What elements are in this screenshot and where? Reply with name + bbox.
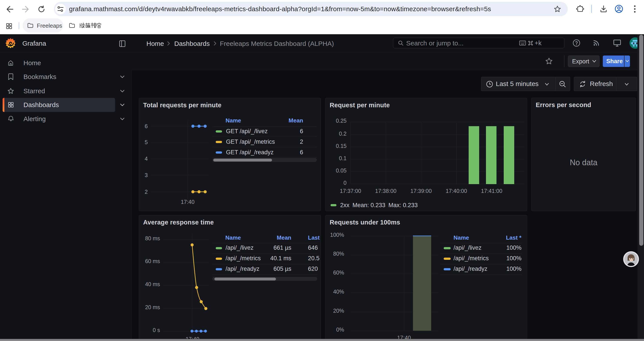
svg-text:4: 4 <box>145 156 148 162</box>
svg-text:100%: 100% <box>330 232 344 238</box>
svg-text:5: 5 <box>145 139 148 145</box>
svg-text:40 ms: 40 ms <box>145 281 160 287</box>
svg-text:17:39:00: 17:39:00 <box>410 188 432 194</box>
svg-text:0.25: 0.25 <box>336 118 346 124</box>
svg-text:20 ms: 20 ms <box>145 304 160 310</box>
svg-text:17:40:00: 17:40:00 <box>446 188 467 194</box>
svg-text:3: 3 <box>145 172 148 178</box>
svg-text:0%: 0% <box>336 326 344 333</box>
svg-text:40%: 40% <box>333 288 344 295</box>
svg-text:80%: 80% <box>333 251 344 257</box>
svg-text:6: 6 <box>145 123 148 129</box>
svg-text:0.1: 0.1 <box>339 155 346 161</box>
svg-text:60 ms: 60 ms <box>145 258 160 264</box>
svg-text:0.2: 0.2 <box>339 131 346 137</box>
svg-text:17:37:00: 17:37:00 <box>340 188 361 194</box>
svg-text:2: 2 <box>145 189 148 195</box>
svg-text:17:41:00: 17:41:00 <box>481 188 502 194</box>
svg-text:0.15: 0.15 <box>336 143 346 149</box>
svg-text:17:40: 17:40 <box>181 199 195 205</box>
svg-text:20%: 20% <box>333 308 344 314</box>
svg-text:60%: 60% <box>333 269 344 276</box>
svg-text:17:38:00: 17:38:00 <box>375 188 396 194</box>
svg-text:0: 0 <box>344 180 346 186</box>
svg-text:80 ms: 80 ms <box>145 235 160 241</box>
svg-text:0 s: 0 s <box>153 327 160 333</box>
svg-text:0.05: 0.05 <box>336 167 346 174</box>
